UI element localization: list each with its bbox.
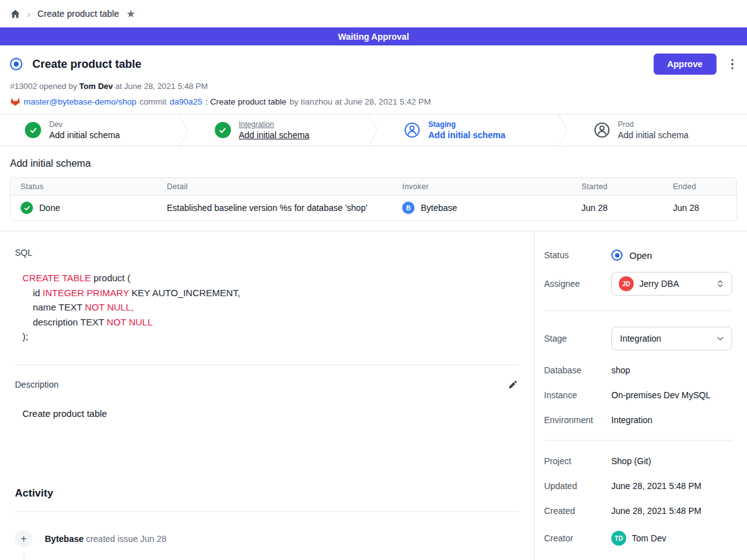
stage-prod[interactable]: Prod Add initial schema [569, 114, 747, 146]
sql-line: id INTEGER PRIMARY KEY AUTO_INCREMENT, [22, 286, 519, 301]
stage-label: Stage [544, 334, 611, 343]
issue-title: Create product table [32, 58, 141, 71]
stage-done-check-icon [25, 122, 41, 138]
stage-env-label: Integration [239, 120, 310, 129]
instance-label: Instance [544, 390, 611, 400]
approve-button[interactable]: Approve [654, 54, 716, 75]
sql-label: SQL [15, 248, 519, 258]
activity-plus-icon: + [15, 530, 32, 548]
table-row: Done Established baseline version %s for… [11, 195, 736, 220]
col-status: Status [21, 182, 167, 191]
description-label: Description [15, 380, 59, 390]
environment-label: Environment [544, 415, 611, 425]
task-done-check-icon [21, 202, 33, 214]
col-detail: Detail [167, 182, 402, 191]
creator-label: Creator [544, 533, 611, 543]
gitlab-icon [10, 96, 21, 106]
stage-separator-icon [368, 114, 379, 147]
task-invoker: Bytebase [421, 203, 457, 213]
stage-env-label: Staging [428, 120, 505, 129]
stage-select[interactable]: Integration [611, 327, 732, 350]
task-table-header: Status Detail Invoker Started Ended [11, 178, 736, 195]
environment-value: Integration [611, 415, 652, 425]
status-label: Status [544, 250, 611, 260]
timeline-connector [24, 551, 24, 560]
commit-branch-link[interactable]: master@bytebase-demo/shop [24, 97, 136, 106]
divider [15, 511, 519, 512]
activity-action: created issue Jun 28 [86, 534, 166, 544]
chevron-up-down-icon [716, 279, 725, 288]
description-text: Create product table [22, 408, 519, 419]
divider [544, 440, 732, 441]
col-ended: Ended [673, 182, 726, 191]
database-label: Database [544, 365, 611, 375]
approval-banner-text: Waiting Approval [338, 32, 409, 42]
sql-line: ); [22, 329, 519, 344]
project-label: Project [544, 456, 611, 466]
stage-task-label: Add initial schema [239, 130, 310, 140]
divider [15, 365, 519, 365]
commit-hash-link[interactable]: da90a25 [170, 97, 203, 106]
creator-avatar: TD [611, 531, 626, 546]
issue-meta-prefix: #13002 opened by [10, 82, 77, 91]
stage-env-label: Dev [49, 120, 120, 129]
stage-integration[interactable]: Integration Add initial schema [190, 114, 369, 146]
stage-pending-person-icon [594, 122, 610, 138]
home-icon[interactable] [10, 9, 21, 19]
divider [544, 310, 732, 311]
commit-message: : Create product table [205, 97, 286, 106]
breadcrumb: › Create product table ★ [0, 0, 747, 27]
task-status: Done [39, 203, 60, 213]
assignee-select[interactable]: JD Jerry DBA [611, 272, 732, 296]
created-label: Created [544, 506, 611, 516]
task-started: Jun 28 [581, 203, 673, 213]
stage-done-check-icon [215, 122, 231, 138]
pipeline-stage-bar: Dev Add initial schema Integration Add i… [0, 114, 747, 146]
breadcrumb-current[interactable]: Create product table [37, 9, 119, 19]
sql-line: name TEXT NOT NULL, [22, 300, 519, 315]
commit-word: commit [139, 97, 167, 106]
chevron-down-icon [716, 334, 725, 343]
stage-separator-icon [558, 114, 569, 147]
activity-title: Activity [15, 487, 519, 500]
status-open-icon [611, 250, 622, 261]
col-started: Started [581, 182, 673, 191]
task-section: Add initial schema Status Detail Invoker… [0, 146, 747, 231]
stage-pending-person-icon [404, 122, 420, 138]
activity-actor: Bytebase [45, 534, 83, 544]
issue-author: Tom Dev [79, 82, 113, 91]
stage-task-label: Add initial schema [428, 130, 505, 140]
issue-open-icon [10, 58, 22, 70]
issue-meta: #13002 opened by Tom Dev at June 28, 202… [10, 82, 737, 91]
more-actions-icon[interactable] [728, 56, 738, 73]
commit-byline: by tianzhou at June 28, 2021 5:42 PM [289, 97, 431, 106]
favorite-star-icon[interactable]: ★ [126, 9, 135, 19]
stage-task-label: Add initial schema [49, 130, 120, 140]
approval-banner: Waiting Approval [0, 27, 747, 45]
task-detail: Established baseline version %s for data… [167, 203, 402, 213]
activity-item: + Bytebase created issue Jun 28 [15, 530, 519, 548]
updated-label: Updated [544, 481, 611, 491]
created-value: June 28, 2021 5:48 PM [611, 506, 702, 516]
stage-dev[interactable]: Dev Add initial schema [0, 114, 179, 146]
sql-line: CREATE TABLE product ( [22, 271, 519, 286]
commit-row: master@bytebase-demo/shop commit da90a25… [10, 96, 737, 106]
stage-separator-icon [179, 114, 190, 147]
assignee-value: Jerry DBA [639, 279, 710, 289]
updated-value: June 28, 2021 5:48 PM [611, 481, 702, 491]
assignee-label: Assignee [544, 279, 611, 289]
stage-staging[interactable]: Staging Add initial schema [379, 114, 558, 146]
project-value[interactable]: Shop (Git) [611, 456, 651, 466]
assignee-avatar: JD [619, 276, 634, 291]
stage-task-label: Add initial schema [618, 130, 689, 140]
issue-meta-suffix: at June 28, 2021 5:48 PM [115, 82, 208, 91]
task-table: Status Detail Invoker Started Ended Done… [10, 177, 737, 221]
status-value: Open [629, 250, 652, 261]
edit-description-pencil-icon[interactable] [506, 378, 519, 391]
sql-code-block: CREATE TABLE product ( id INTEGER PRIMAR… [22, 271, 519, 344]
breadcrumb-separator-icon: › [27, 9, 31, 19]
sql-line: description TEXT NOT NULL [22, 315, 519, 330]
issue-sidebar: Status Open Assignee JD Jerry DBA Stage … [534, 231, 747, 560]
stage-value: Integration [620, 334, 710, 343]
instance-value: On-premises Dev MySQL [611, 390, 710, 400]
